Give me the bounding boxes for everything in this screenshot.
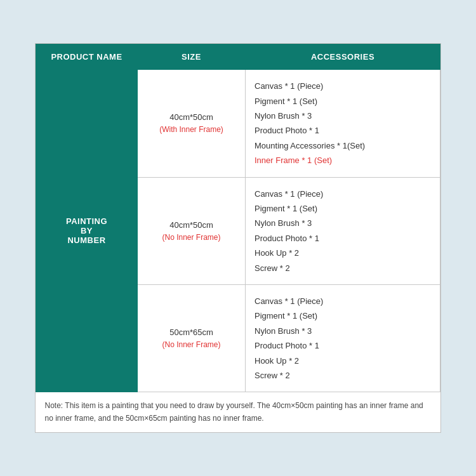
accessory-item: Hook Up * 2 <box>255 356 299 366</box>
accessory-item: Canvas * 1 (Piece) <box>255 296 323 306</box>
accessory-item: Mounting Accessories * 1(Set) <box>255 141 365 150</box>
accessories-cell-2: Canvas * 1 (Piece) Pigment * 1 (Set) Nyl… <box>246 177 440 284</box>
size-label-3: 50cm*65cm <box>144 327 239 337</box>
product-name-cell: PAINTINGBYNUMBER <box>36 70 138 392</box>
size-cell-3: 50cm*65cm (No Inner Frame) <box>138 284 246 392</box>
accessory-item: Nylon Brush * 3 <box>255 218 312 228</box>
accessory-item: Product Photo * 1 <box>255 341 319 350</box>
accessory-item: Canvas * 1 (Piece) <box>255 81 323 91</box>
accessory-item: Product Photo * 1 <box>255 126 319 135</box>
accessory-item-red: Inner Frame * 1 (Set) <box>255 155 332 165</box>
accessory-item: Screw * 2 <box>255 263 290 273</box>
size-note-2: (No Inner Frame) <box>162 233 220 242</box>
size-label-1: 40cm*50cm <box>144 112 239 122</box>
size-note-3: (No Inner Frame) <box>162 340 220 349</box>
size-cell-2: 40cm*50cm (No Inner Frame) <box>138 177 246 284</box>
col-header-product: PRODUCT NAME <box>36 44 138 70</box>
accessory-item: Pigment * 1 (Set) <box>255 311 317 321</box>
size-label-2: 40cm*50cm <box>144 220 239 230</box>
accessory-item: Pigment * 1 (Set) <box>255 204 317 213</box>
accessory-item: Hook Up * 2 <box>255 248 299 258</box>
accessory-item: Nylon Brush * 3 <box>255 111 312 121</box>
size-note-1: (With Inner Frame) <box>159 125 223 134</box>
accessory-item: Product Photo * 1 <box>255 234 319 243</box>
note-row: Note: This item is a painting that you n… <box>36 392 440 432</box>
table-row: PAINTINGBYNUMBER 40cm*50cm (With Inner F… <box>36 70 440 177</box>
accessories-cell-1: Canvas * 1 (Piece) Pigment * 1 (Set) Nyl… <box>246 70 440 177</box>
accessory-item: Canvas * 1 (Piece) <box>255 189 323 199</box>
col-header-accessories: ACCESSORIES <box>246 44 440 70</box>
accessory-item: Pigment * 1 (Set) <box>255 96 317 106</box>
size-cell-1: 40cm*50cm (With Inner Frame) <box>138 70 246 177</box>
accessory-item: Screw * 2 <box>255 371 290 380</box>
note-cell: Note: This item is a painting that you n… <box>36 392 440 432</box>
col-header-size: SIZE <box>138 44 246 70</box>
accessory-item: Nylon Brush * 3 <box>255 326 312 336</box>
product-table-container: PRODUCT NAME SIZE ACCESSORIES PAINTINGBY… <box>35 43 441 432</box>
accessories-cell-3: Canvas * 1 (Piece) Pigment * 1 (Set) Nyl… <box>246 284 440 392</box>
